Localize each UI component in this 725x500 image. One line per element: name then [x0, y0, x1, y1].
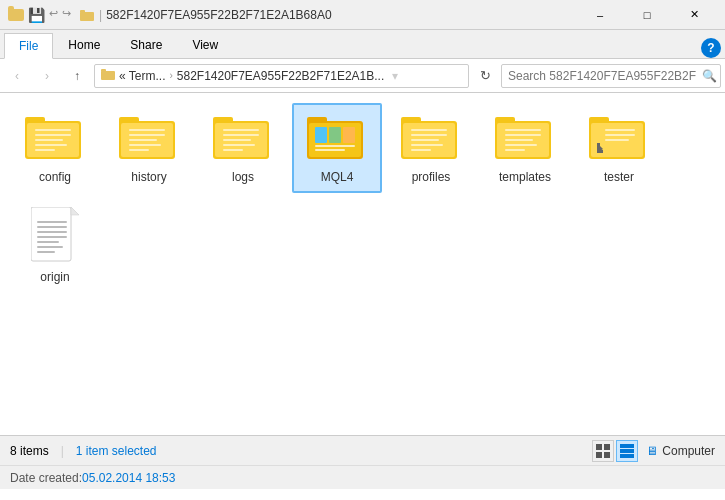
back-button[interactable]: ‹ — [4, 63, 30, 89]
window-icon — [8, 7, 24, 23]
svg-rect-51 — [505, 149, 525, 151]
svg-rect-34 — [315, 145, 355, 147]
svg-rect-15 — [129, 129, 165, 131]
path-segment-2: 582F1420F7EA955F22B2F71E2A1B... — [177, 69, 384, 83]
status-bar: 8 items | 1 item selected 🖥 Computer — [0, 435, 725, 465]
title-bar-icons: 💾 ↩ ↪ — [8, 7, 71, 23]
file-item-history[interactable]: history — [104, 103, 194, 193]
file-item-tester[interactable]: tester — [574, 103, 664, 193]
file-label: origin — [40, 270, 69, 286]
svg-rect-33 — [343, 127, 355, 143]
title-bar: 💾 ↩ ↪ | 582F1420F7EA955F22B2F71E2A1B68A0… — [0, 0, 725, 30]
folder-grid: config history — [10, 103, 715, 287]
svg-rect-18 — [129, 144, 161, 146]
svg-rect-65 — [37, 226, 67, 228]
file-label: tester — [604, 170, 634, 186]
computer-label: Computer — [662, 444, 715, 458]
refresh-button[interactable]: ↻ — [473, 64, 497, 88]
up-button[interactable]: ↑ — [64, 63, 90, 89]
svg-rect-64 — [37, 221, 67, 223]
svg-rect-2 — [101, 71, 115, 80]
svg-rect-42 — [411, 144, 443, 146]
folder-icon — [119, 113, 179, 166]
svg-rect-77 — [620, 454, 634, 458]
path-separator: › — [169, 70, 172, 81]
quick-access-redo[interactable]: ↪ — [62, 7, 71, 23]
folder-icon — [401, 113, 461, 166]
status-divider: | — [61, 444, 64, 458]
file-item-logs[interactable]: logs — [198, 103, 288, 193]
items-count: 8 items — [10, 444, 49, 458]
window-controls: – □ ✕ — [577, 0, 717, 30]
svg-rect-1 — [80, 10, 85, 13]
detail-bar: Date created: 05.02.2014 18:53 — [0, 465, 725, 489]
tab-view[interactable]: View — [177, 32, 233, 58]
svg-rect-47 — [505, 129, 541, 131]
title-separator: | — [99, 8, 102, 22]
help-button[interactable]: ? — [701, 38, 721, 58]
close-button[interactable]: ✕ — [671, 0, 717, 30]
tab-file[interactable]: File — [4, 33, 53, 59]
svg-rect-68 — [37, 241, 59, 243]
window-title: 582F1420F7EA955F22B2F71E2A1B68A0 — [106, 8, 577, 22]
detail-label: Date created: — [10, 471, 82, 485]
svg-rect-11 — [35, 149, 55, 151]
folder-icon — [495, 113, 555, 166]
svg-rect-23 — [223, 129, 259, 131]
svg-rect-43 — [411, 149, 431, 151]
svg-rect-10 — [35, 144, 67, 146]
file-item-origin[interactable]: origin — [10, 197, 100, 287]
svg-rect-41 — [411, 139, 439, 141]
file-label: MQL4 — [321, 170, 354, 186]
file-label: logs — [232, 170, 254, 186]
items-selected: 1 item selected — [76, 444, 157, 458]
folder-shortcut-icon — [589, 113, 649, 166]
minimize-button[interactable]: – — [577, 0, 623, 30]
svg-rect-50 — [505, 144, 537, 146]
file-label: config — [39, 170, 71, 186]
svg-rect-70 — [37, 251, 55, 253]
search-icon[interactable]: 🔍 — [702, 69, 717, 83]
monitor-icon: 🖥 — [646, 444, 658, 458]
svg-rect-69 — [37, 246, 63, 248]
svg-rect-3 — [101, 69, 106, 72]
quick-access-save[interactable]: 💾 — [28, 7, 45, 23]
grid-view-button[interactable] — [616, 440, 638, 462]
svg-rect-57 — [597, 150, 603, 153]
svg-rect-32 — [329, 127, 341, 143]
svg-rect-59 — [605, 134, 635, 136]
svg-rect-74 — [604, 452, 610, 458]
path-dropdown-icon[interactable]: ▾ — [392, 69, 398, 83]
file-item-config[interactable]: config — [10, 103, 100, 193]
file-label: templates — [499, 170, 551, 186]
svg-rect-49 — [505, 139, 533, 141]
svg-rect-73 — [596, 452, 602, 458]
svg-rect-31 — [315, 127, 327, 143]
detail-value: 05.02.2014 18:53 — [82, 471, 175, 485]
folder-icon — [307, 113, 367, 166]
path-segment-1: « Term... — [119, 69, 165, 83]
search-input[interactable] — [501, 64, 721, 88]
list-view-button[interactable] — [592, 440, 614, 462]
svg-rect-67 — [37, 236, 67, 238]
tab-share[interactable]: Share — [115, 32, 177, 58]
svg-rect-56 — [597, 143, 600, 151]
tab-home[interactable]: Home — [53, 32, 115, 58]
maximize-button[interactable]: □ — [624, 0, 670, 30]
path-folder-icon — [101, 68, 115, 83]
svg-rect-71 — [596, 444, 602, 450]
forward-button[interactable]: › — [34, 63, 60, 89]
svg-rect-58 — [605, 129, 635, 131]
quick-access-undo[interactable]: ↩ — [49, 7, 58, 23]
file-item-mql4[interactable]: MQL4 — [292, 103, 382, 193]
svg-rect-75 — [620, 444, 634, 448]
file-label: profiles — [412, 170, 451, 186]
file-item-templates[interactable]: templates — [480, 103, 570, 193]
view-buttons — [592, 440, 638, 462]
status-items: 8 items | 1 item selected — [10, 444, 592, 458]
svg-rect-26 — [223, 144, 255, 146]
svg-rect-25 — [223, 139, 251, 141]
address-path[interactable]: « Term... › 582F1420F7EA955F22B2F71E2A1B… — [94, 64, 469, 88]
file-item-profiles[interactable]: profiles — [386, 103, 476, 193]
svg-rect-76 — [620, 449, 634, 453]
